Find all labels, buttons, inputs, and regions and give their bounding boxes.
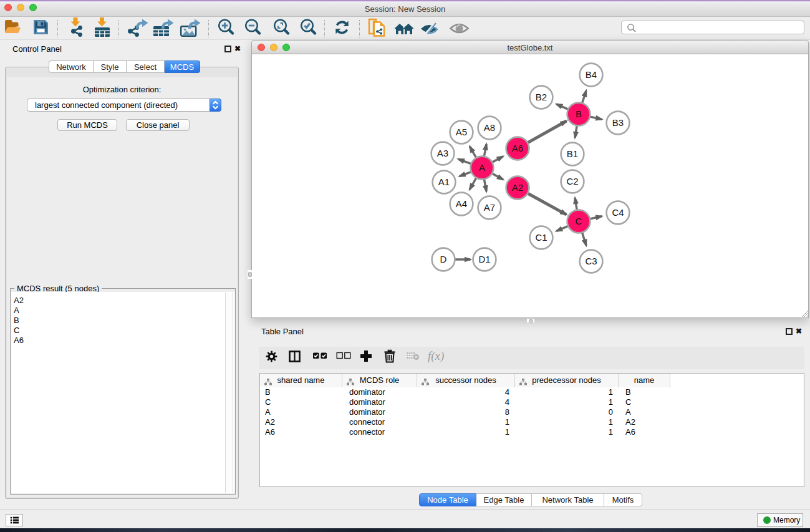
svg-text:A1: A1 xyxy=(438,177,450,187)
svg-text:B1: B1 xyxy=(567,148,578,159)
svg-text:C2: C2 xyxy=(566,176,578,186)
svg-text:B4: B4 xyxy=(586,69,597,80)
svg-text:B3: B3 xyxy=(612,117,624,128)
svg-text:A8: A8 xyxy=(484,122,495,133)
svg-text:A7: A7 xyxy=(484,202,495,213)
svg-text:D1: D1 xyxy=(478,254,490,264)
svg-text:C1: C1 xyxy=(535,232,547,243)
svg-text:C: C xyxy=(576,216,582,226)
svg-text:A3: A3 xyxy=(437,148,448,158)
svg-text:A6: A6 xyxy=(512,143,523,153)
svg-text:C3: C3 xyxy=(585,256,597,266)
svg-text:A2: A2 xyxy=(512,182,523,193)
svg-text:A5: A5 xyxy=(456,127,467,137)
svg-text:B: B xyxy=(576,109,582,119)
svg-text:B2: B2 xyxy=(536,92,547,102)
svg-text:D: D xyxy=(440,254,447,264)
svg-text:C4: C4 xyxy=(612,207,624,218)
svg-text:A4: A4 xyxy=(456,198,467,209)
svg-text:A: A xyxy=(479,162,485,173)
